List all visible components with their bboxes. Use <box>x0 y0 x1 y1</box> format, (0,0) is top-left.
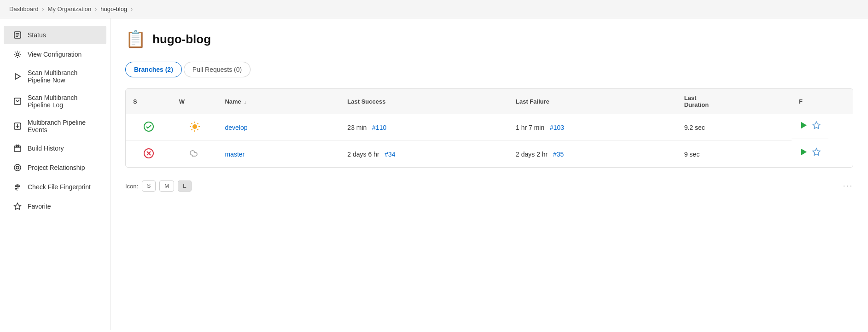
col-header-w: W <box>172 89 218 114</box>
sidebar-item-check-fingerprint[interactable]: Check File Fingerprint <box>4 178 106 196</box>
svg-line-25 <box>197 123 198 124</box>
build-history-icon <box>13 144 22 153</box>
col-header-last-success: Last Success <box>340 89 508 114</box>
view-configuration-icon <box>13 50 22 59</box>
pipeline-events-icon <box>13 122 22 131</box>
project-title: hugo-blog <box>152 32 211 47</box>
branch-link-1[interactable]: master <box>225 151 245 158</box>
tab-0[interactable]: Branches (2) <box>125 62 182 77</box>
sidebar: StatusView ConfigurationScan Multibranch… <box>0 18 111 330</box>
svg-marker-28 <box>813 122 820 129</box>
table-row-0: develop 23 min #110 1 hr 7 min #103 9.2 … <box>126 114 853 141</box>
duration-cell-0: 9.2 sec <box>677 114 792 141</box>
svg-marker-27 <box>801 122 807 128</box>
col-header-s: S <box>126 89 172 114</box>
failure-age-0: 1 hr 7 min <box>516 124 544 131</box>
last-failure-cell-0: 1 hr 7 min #103 <box>508 114 677 141</box>
col-header-name[interactable]: Name ↓ <box>217 89 340 114</box>
sidebar-item-scan-pipeline[interactable]: Scan Multibranch Pipeline Now <box>4 64 106 88</box>
col-header-last-duration: LastDuration <box>677 89 792 114</box>
more-options-button[interactable]: ··· <box>843 182 853 190</box>
tabs-container: Branches (2)Pull Requests (0) <box>125 62 853 77</box>
footer-row: Icon: S M L ··· <box>125 179 853 193</box>
favorite-icon <box>13 202 22 211</box>
favorite-button-0[interactable] <box>812 121 821 132</box>
sidebar-item-label-check-fingerprint: Check File Fingerprint <box>28 183 91 191</box>
last-failure-cell-1: 2 days 2 hr #35 <box>508 141 677 168</box>
check-fingerprint-icon <box>13 182 22 192</box>
scan-pipeline-icon <box>13 72 22 81</box>
project-icon: 📋 <box>125 29 146 49</box>
sidebar-item-label-status: Status <box>28 31 46 39</box>
svg-marker-32 <box>801 149 807 155</box>
failure-age-1: 2 days 2 hr <box>516 151 548 158</box>
favorite-button-1[interactable] <box>812 147 821 159</box>
icon-size-m[interactable]: M <box>159 181 174 192</box>
last-success-cell-0: 23 min #110 <box>340 114 508 141</box>
main-content: 📋 hugo-blog Branches (2)Pull Requests (0… <box>111 18 868 330</box>
tab-1[interactable]: Pull Requests (0) <box>184 62 250 77</box>
status-icon <box>13 30 22 40</box>
weather-cell-0 <box>172 114 218 141</box>
sidebar-item-pipeline-events[interactable]: Multibranch Pipeline Events <box>4 114 106 138</box>
success-age-0: 23 min <box>347 124 367 131</box>
run-button-0[interactable] <box>799 121 808 132</box>
status-cell-0 <box>126 114 172 141</box>
sort-icon: ↓ <box>244 99 246 105</box>
breadcrumb: Dashboard › My Organization › hugo-blog … <box>0 0 868 18</box>
name-cell-0: develop <box>217 114 340 141</box>
name-cell-1: master <box>217 141 340 168</box>
svg-rect-10 <box>14 146 21 151</box>
svg-line-23 <box>191 123 192 124</box>
sidebar-item-build-history[interactable]: Build History <box>4 139 106 157</box>
breadcrumb-dashboard[interactable]: Dashboard <box>9 6 39 12</box>
col-header-f: F <box>792 89 853 114</box>
svg-line-24 <box>197 129 198 130</box>
sidebar-item-label-scan-pipeline-log: Scan Multibranch Pipeline Log <box>28 94 97 109</box>
svg-point-4 <box>16 53 19 56</box>
icon-label: Icon: <box>125 183 138 190</box>
success-age-1: 2 days 6 hr <box>347 151 379 158</box>
branch-link-0[interactable]: develop <box>225 124 247 131</box>
success-build-link-1[interactable]: #34 <box>384 151 395 158</box>
sidebar-item-scan-pipeline-log[interactable]: Scan Multibranch Pipeline Log <box>4 89 106 113</box>
project-header: 📋 hugo-blog <box>125 29 853 49</box>
breadcrumb-sep-1: › <box>42 6 44 12</box>
branches-table-container: S W Name ↓ Last Success Last Failure Las… <box>125 88 853 168</box>
breadcrumb-sep-2: › <box>95 6 97 12</box>
success-build-link-0[interactable]: #110 <box>372 124 386 131</box>
duration-cell-1: 9 sec <box>677 141 792 168</box>
sidebar-item-label-favorite: Favorite <box>28 203 51 210</box>
actions-cell-0 <box>792 114 828 139</box>
sidebar-item-label-project-relationship: Project Relationship <box>28 164 85 171</box>
col-header-last-failure: Last Failure <box>508 89 677 114</box>
svg-marker-33 <box>813 148 820 156</box>
last-success-cell-1: 2 days 6 hr #34 <box>340 141 508 168</box>
sidebar-item-label-scan-pipeline: Scan Multibranch Pipeline Now <box>28 69 97 84</box>
svg-point-15 <box>16 166 19 169</box>
svg-point-18 <box>192 124 197 129</box>
table-row-1: master 2 days 6 hr #34 2 days 2 hr #35 9… <box>126 141 853 168</box>
sidebar-item-project-relationship[interactable]: Project Relationship <box>4 158 106 177</box>
failure-build-link-1[interactable]: #35 <box>553 151 564 158</box>
breadcrumb-sep-3: › <box>131 6 133 12</box>
sidebar-item-status[interactable]: Status <box>4 26 106 44</box>
icon-size-s[interactable]: S <box>142 181 156 192</box>
breadcrumb-org[interactable]: My Organization <box>48 6 92 12</box>
breadcrumb-project: hugo-blog <box>100 6 127 12</box>
scan-pipeline-log-icon <box>13 97 22 106</box>
failure-build-link-0[interactable]: #103 <box>550 124 564 131</box>
sidebar-item-label-build-history: Build History <box>28 145 64 152</box>
sidebar-item-view-configuration[interactable]: View Configuration <box>4 45 106 64</box>
sidebar-item-label-view-configuration: View Configuration <box>28 51 82 58</box>
svg-point-14 <box>14 164 21 171</box>
icon-selector: Icon: S M L <box>125 181 192 192</box>
run-button-1[interactable] <box>799 147 808 159</box>
status-cell-1 <box>126 141 172 168</box>
sidebar-item-label-pipeline-events: Multibranch Pipeline Events <box>28 119 97 134</box>
icon-size-l[interactable]: L <box>178 181 191 192</box>
sidebar-item-favorite[interactable]: Favorite <box>4 197 106 216</box>
svg-marker-16 <box>14 203 21 210</box>
svg-marker-5 <box>16 74 20 79</box>
branches-table: S W Name ↓ Last Success Last Failure Las… <box>126 89 853 167</box>
